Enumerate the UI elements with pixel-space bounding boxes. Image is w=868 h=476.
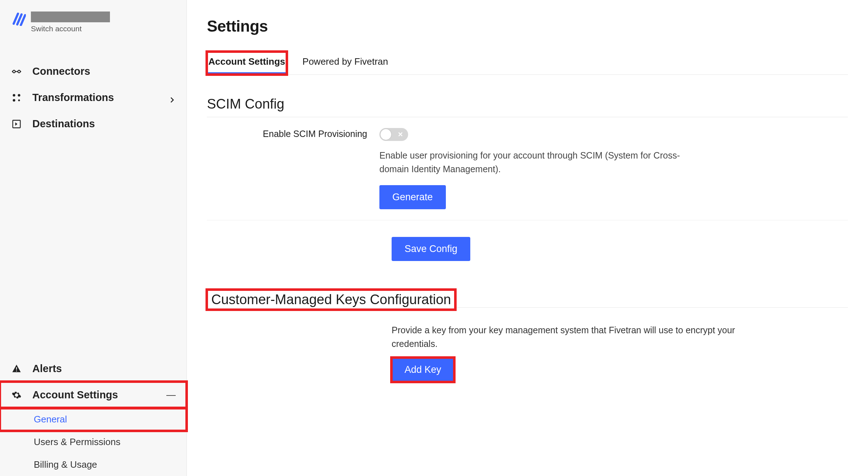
scim-enable-label: Enable SCIM Provisioning: [207, 128, 379, 139]
svg-rect-7: [16, 367, 17, 370]
svg-point-3: [18, 94, 20, 96]
add-key-button[interactable]: Add Key: [392, 358, 454, 382]
scim-help-text: Enable user provisioning for your accoun…: [379, 149, 703, 176]
brand-logo-icon: [11, 12, 26, 26]
sidebar-item-label: Destinations: [32, 118, 95, 130]
chevron-right-icon: [168, 94, 176, 101]
svg-point-0: [13, 70, 15, 73]
toggle-off-icon: ✕: [398, 131, 403, 138]
svg-rect-8: [16, 370, 17, 371]
sidebar-item-transformations[interactable]: Transformations: [0, 84, 186, 111]
sidebar-item-connectors[interactable]: Connectors: [0, 58, 186, 84]
svg-point-4: [13, 99, 15, 101]
svg-point-1: [18, 70, 20, 73]
gear-icon: [11, 389, 22, 401]
transformations-icon: [11, 92, 22, 104]
scim-heading: SCIM Config: [207, 96, 848, 117]
sidebar-subitem-billing-usage[interactable]: Billing & Usage: [0, 453, 186, 476]
connectors-icon: [11, 66, 22, 77]
alert-icon: [11, 363, 22, 375]
sidebar: Switch account Connectors Transformation…: [0, 0, 187, 476]
scim-enable-row: Enable SCIM Provisioning ✕ Enable user p…: [207, 117, 848, 220]
sidebar-item-destinations[interactable]: Destinations: [0, 111, 186, 137]
sidebar-item-account-settings[interactable]: Account Settings —: [0, 382, 186, 408]
save-config-button[interactable]: Save Config: [392, 237, 470, 261]
destinations-icon: [11, 118, 22, 130]
collapse-icon: —: [166, 389, 176, 401]
cmk-heading: Customer-Managed Keys Configuration: [207, 290, 455, 310]
sidebar-subitem-general[interactable]: General: [0, 408, 186, 431]
nav-primary: Connectors Transformations Destinations: [0, 58, 186, 137]
main-content: Settings Account Settings Powered by Fiv…: [187, 0, 868, 476]
brand-text: Switch account: [31, 12, 110, 33]
cmk-section: Customer-Managed Keys Configuration Prov…: [207, 290, 848, 389]
tab-account-settings[interactable]: Account Settings: [207, 52, 287, 74]
toggle-knob: [380, 129, 391, 140]
sidebar-item-label: Account Settings: [32, 389, 118, 401]
svg-point-5: [19, 100, 20, 101]
sidebar-item-alerts[interactable]: Alerts: [0, 356, 186, 382]
brand-block: Switch account: [0, 9, 186, 40]
sidebar-item-label: Alerts: [32, 363, 62, 375]
sidebar-item-label: Transformations: [32, 92, 114, 104]
svg-point-2: [13, 94, 15, 96]
cmk-description: Provide a key from your key management s…: [207, 324, 746, 351]
sidebar-item-label: Connectors: [32, 65, 90, 77]
page-title: Settings: [207, 17, 848, 35]
scim-section: SCIM Config Enable SCIM Provisioning ✕ E…: [207, 96, 848, 268]
account-name-redacted: [31, 12, 110, 22]
scim-toggle[interactable]: ✕: [379, 128, 408, 141]
switch-account-link[interactable]: Switch account: [31, 24, 110, 33]
generate-button[interactable]: Generate: [379, 185, 446, 209]
tab-powered-by-fivetran[interactable]: Powered by Fivetran: [301, 52, 389, 74]
sidebar-subitem-users-permissions[interactable]: Users & Permissions: [0, 431, 186, 453]
nav-secondary: Alerts Account Settings — General Users …: [0, 356, 186, 476]
tabs: Account Settings Powered by Fivetran: [207, 52, 848, 75]
